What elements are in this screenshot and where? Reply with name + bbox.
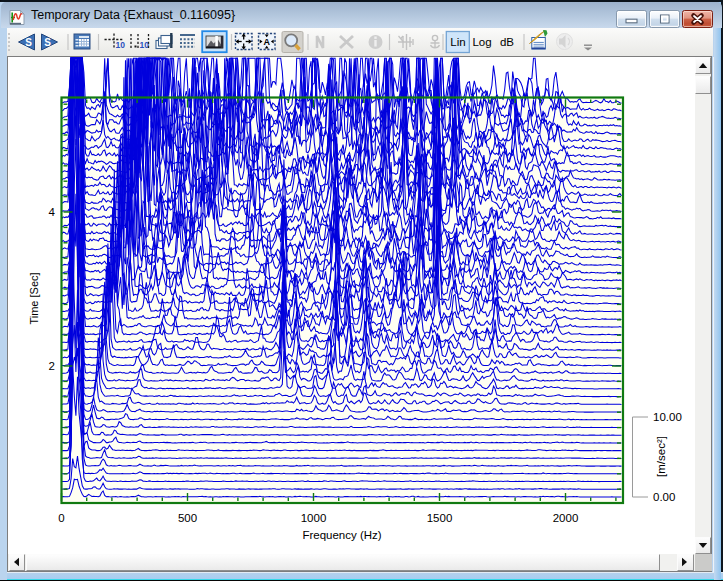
svg-text:2000: 2000 (553, 512, 579, 524)
svg-text:Log: Log (472, 36, 491, 48)
svg-text:1500: 1500 (427, 512, 453, 524)
svg-text:1000: 1000 (301, 512, 327, 524)
svg-text:S: S (44, 37, 51, 48)
svg-text:0: 0 (58, 512, 64, 524)
svg-text:10: 10 (116, 40, 126, 50)
svg-text:Time [Sec]: Time [Sec] (28, 272, 40, 324)
svg-text:A: A (263, 37, 270, 47)
svg-text:dB: dB (500, 36, 514, 48)
svg-text:0.00: 0.00 (653, 491, 675, 503)
svg-text:S: S (25, 37, 32, 48)
svg-text:4: 4 (49, 206, 56, 218)
svg-text:Frequency (Hz): Frequency (Hz) (302, 529, 381, 541)
svg-text:10: 10 (140, 40, 150, 50)
svg-text:10.00: 10.00 (653, 411, 682, 423)
svg-text:[m/sec²]: [m/sec²] (655, 436, 667, 477)
svg-text:Lin: Lin (450, 36, 465, 48)
svg-text:2: 2 (49, 360, 55, 372)
svg-text:500: 500 (178, 512, 197, 524)
